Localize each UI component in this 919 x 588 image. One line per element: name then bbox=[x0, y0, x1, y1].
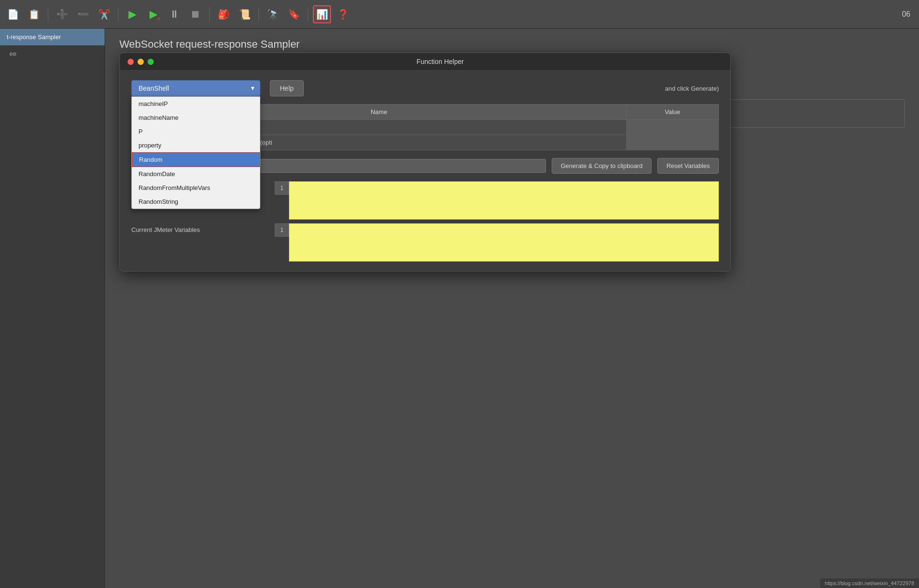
new-file-icon[interactable]: 📄 bbox=[4, 5, 22, 23]
help-icon[interactable]: ❓ bbox=[334, 5, 352, 23]
vars-row: Current JMeter Variables 1 bbox=[131, 223, 719, 262]
sidebar: t-response Sampler ee bbox=[0, 29, 105, 588]
dropdown-item-randomstring[interactable]: RandomString bbox=[132, 195, 260, 209]
dropdown-list: machineIP machineName P property Random … bbox=[131, 96, 260, 209]
dropdown-item-machineip[interactable]: machineIP bbox=[132, 97, 260, 111]
function-helper-icon[interactable]: 📊 bbox=[313, 5, 331, 23]
separator-4 bbox=[258, 7, 259, 21]
vars-box bbox=[289, 223, 719, 262]
page-title: WebSocket request-response Sampler bbox=[119, 38, 905, 51]
close-button[interactable] bbox=[128, 59, 134, 65]
function-helper-modal: Function Helper BeanShell ▼ machineIP ma… bbox=[119, 52, 731, 272]
dropdown-item-property[interactable]: property bbox=[132, 138, 260, 152]
modal-body: BeanShell ▼ machineIP machineName P prop… bbox=[120, 71, 730, 271]
minimize-button[interactable] bbox=[138, 59, 144, 65]
param-value-2[interactable] bbox=[626, 135, 718, 150]
dropdown-container: BeanShell ▼ machineIP machineName P prop… bbox=[131, 80, 260, 96]
start-no-pause-icon[interactable]: ▶✕ bbox=[144, 5, 162, 23]
main-layout: t-response Sampler ee WebSocket request-… bbox=[0, 29, 919, 588]
vars-label: Current JMeter Variables bbox=[131, 223, 275, 233]
clipboard-icon[interactable]: 📋 bbox=[25, 5, 43, 23]
result-num: 1 bbox=[275, 181, 289, 195]
modal-top-row: BeanShell ▼ machineIP machineName P prop… bbox=[131, 80, 719, 96]
stop-icon[interactable]: ⏸ bbox=[165, 5, 183, 23]
table-header-value: Value bbox=[626, 105, 718, 120]
param-value-1[interactable] bbox=[626, 120, 718, 135]
cut-icon[interactable]: ✂️ bbox=[95, 5, 113, 23]
reset-button[interactable]: Reset Variables bbox=[657, 158, 719, 174]
modal-title: Function Helper bbox=[158, 58, 723, 65]
dropdown-item-p[interactable]: P bbox=[132, 125, 260, 138]
toolbar-counter: 06 bbox=[902, 10, 915, 19]
dropdown-item-machinename[interactable]: machineName bbox=[132, 111, 260, 125]
start-icon[interactable]: ▶ bbox=[123, 5, 141, 23]
dropdown-item-random[interactable]: Random bbox=[132, 152, 260, 167]
maximize-button[interactable] bbox=[148, 59, 154, 65]
separator-1 bbox=[48, 7, 48, 21]
generate-button[interactable]: Generate & Copy to clipboard bbox=[552, 158, 652, 174]
remove-icon[interactable]: ➖ bbox=[74, 5, 92, 23]
url-bar: https://blog.csdn.net/weixin_44722978 bbox=[820, 578, 919, 588]
sidebar-item-ee[interactable]: ee bbox=[0, 45, 105, 62]
function-dropdown[interactable]: BeanShell bbox=[131, 80, 260, 96]
modal-titlebar: Function Helper bbox=[120, 53, 730, 71]
report-icon[interactable]: 🎒 bbox=[214, 5, 233, 23]
search-icon[interactable]: 🔭 bbox=[264, 5, 282, 23]
bookmark-icon[interactable]: 🔖 bbox=[285, 5, 303, 23]
separator-5 bbox=[308, 7, 308, 21]
help-button[interactable]: Help bbox=[270, 80, 304, 96]
toolbar: 📄 📋 ➕ ➖ ✂️ ▶ ▶✕ ⏸ ⏹ 🎒 📜 🔭 🔖 📊 ❓ 06 bbox=[0, 0, 919, 29]
add-icon[interactable]: ➕ bbox=[53, 5, 71, 23]
separator-3 bbox=[209, 7, 210, 21]
sidebar-item-sampler[interactable]: t-response Sampler bbox=[0, 29, 105, 45]
result-box bbox=[289, 181, 719, 220]
dropdown-item-randomdate[interactable]: RandomDate bbox=[132, 167, 260, 181]
shutdown-icon[interactable]: ⏹ bbox=[186, 5, 204, 23]
separator-2 bbox=[118, 7, 118, 21]
dropdown-item-randomfrommultiplevars[interactable]: RandomFromMultipleVars bbox=[132, 181, 260, 195]
log-icon[interactable]: 📜 bbox=[235, 5, 254, 23]
content-area: WebSocket request-response Sampler Name:… bbox=[105, 29, 919, 588]
function-description: and click Generate) bbox=[665, 80, 719, 92]
vars-num: 1 bbox=[275, 223, 289, 237]
